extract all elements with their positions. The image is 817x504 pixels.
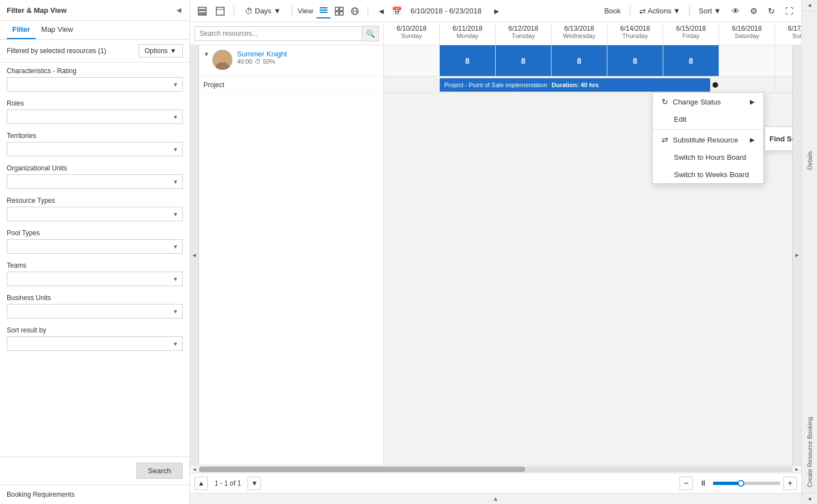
view-globe-icon[interactable] [348,4,362,18]
change-status-icon: ↻ [662,97,668,106]
booking-bar[interactable]: Project - Point of Sale implementation D… [440,78,710,92]
ctx-switch-weeks-label: Switch to Weeks Board [674,170,749,179]
day-7: Sunday [777,32,801,39]
zoom-slider-fill [713,482,740,485]
context-menu-dot[interactable] [712,82,718,88]
filter-select-8[interactable] [7,336,183,351]
date-header-7: 6/17/2018 Sunday [775,22,801,45]
date-header-4: 6/14/2018 Thursday [607,22,663,45]
ctx-substitute-resource[interactable]: ⇄ Substitute Resource ▶ [653,131,763,149]
h-scrollbar-track[interactable] [199,467,792,472]
filter-select-2[interactable] [7,142,183,156]
filter-collapse-icon[interactable]: ◄ [175,6,183,15]
resource-name[interactable]: Summer Knight [237,50,287,58]
resource-expand-icon[interactable]: ▼ [203,50,212,58]
filter-field-3: Organizational Units [7,164,183,189]
resource-search-input[interactable] [194,26,362,41]
schedule-body: ◄ ▼ Summer Knight 40:00 [190,45,801,465]
filter-select-0[interactable] [7,77,183,92]
svg-rect-11 [340,12,343,15]
sort-arrow-icon: ▼ [714,7,721,15]
view-grid-icon[interactable] [332,4,346,18]
settings-icon[interactable]: ⚙ [745,3,761,19]
svg-rect-10 [335,12,339,15]
view-list-icon[interactable] [316,4,331,18]
filter-bottom: Search [0,457,189,484]
filter-label-8: Sort result by [7,326,183,334]
project-row: Project [199,77,383,93]
filter-select-4[interactable] [7,207,183,221]
resource-search-button[interactable]: 🔍 [362,26,379,41]
collapse-rows-icon[interactable] [212,3,228,19]
date-range-label: 6/10/2018 - 6/23/2018 [406,7,486,15]
filter-select-3[interactable] [7,174,183,189]
resource-column: ▼ Summer Knight 40:00 ⏱ 50% [199,45,384,465]
view-options [316,4,362,18]
expand-rows-icon[interactable] [194,3,210,19]
filter-select-5[interactable] [7,239,183,254]
grid-cell-empty-0 [384,45,440,76]
grid-cell-hours-5: 8 [663,45,719,76]
sidebar-details-label[interactable]: Details [806,11,813,175]
ctx-change-status[interactable]: ↻ Change Status ▶ [653,93,763,111]
filter-select-7[interactable] [7,304,183,318]
right-sidebar-collapse-bottom[interactable]: ◄ [802,493,817,504]
filter-select-6[interactable] [7,272,183,286]
ctx-edit[interactable]: Edit [653,111,763,128]
sort-dropdown[interactable]: Sort ▼ [695,4,724,17]
sidebar-create-booking-label[interactable]: Create Resource Booking [806,175,813,493]
toolbar-sep-1 [234,6,234,17]
toolbar-sep-5 [689,6,690,17]
zoom-slider[interactable] [713,482,780,485]
filter-label-1: Roles [7,99,183,107]
left-collapse-icon: ◄ [192,252,197,258]
refresh-icon[interactable]: ↻ [763,3,779,19]
zoom-in-button[interactable]: + [783,477,797,490]
ctx-change-status-label: Change Status [673,98,721,106]
date-header-3: 6/13/2018 Wednesday [552,22,607,45]
zoom-slider-handle[interactable] [738,480,744,487]
left-collapse-button[interactable]: ◄ [190,45,199,465]
scroll-left-button[interactable]: ◄ [190,465,199,473]
filter-panel: Filter & Map View ◄ Filter Map View Filt… [0,0,190,504]
tab-map-view[interactable]: Map View [36,21,79,39]
filter-field-4: Resource Types [7,197,183,221]
h-scrollbar-thumb[interactable] [199,467,525,472]
day-5: Friday [666,32,716,39]
zoom-out-button[interactable]: − [680,477,693,490]
right-sidebar-collapse-top[interactable]: ◄ [802,0,817,11]
sidebar-collapse-bottom-icon: ◄ [807,496,813,502]
search-button[interactable]: Search [136,463,183,479]
book-button[interactable]: Book [601,4,624,17]
clock-small-icon: ⏱ [255,58,261,65]
grid-cell-hours-4: 8 [607,45,663,76]
page-down-button[interactable]: ▼ [248,477,261,490]
right-collapse-button[interactable]: ► [792,45,801,465]
date-2: 6/12/2018 [498,25,549,32]
pause-button[interactable]: ⏸ [696,477,710,490]
actions-dropdown[interactable]: ⇄ Actions ▼ [636,4,684,18]
view-label: View [298,7,314,15]
next-date-button[interactable]: ► [490,4,504,18]
filter-select-wrapper-7 [7,304,183,318]
options-button[interactable]: Options ▼ [139,44,183,58]
page-up-button[interactable]: ▲ [194,477,208,490]
bottom-expand-button[interactable]: ▲ [489,495,502,503]
calendar-icon: 📅 [392,6,402,16]
filter-label-0: Characteristics - Rating [7,67,183,75]
date-3: 6/13/2018 [554,25,605,32]
days-dropdown[interactable]: ⏱ Days ▼ [240,4,286,18]
fullscreen-icon[interactable]: ⛶ [781,3,797,19]
toolbar: ⏱ Days ▼ View ◄ 📅 [190,0,801,22]
eye-icon[interactable]: 👁 [728,3,743,19]
ctx-switch-weeks[interactable]: Switch to Weeks Board [653,166,763,183]
filter-select-wrapper-1 [7,110,183,124]
prev-date-button[interactable]: ◄ [374,4,388,18]
tab-filter[interactable]: Filter [7,21,36,39]
ctx-switch-hours[interactable]: Switch to Hours Board [653,149,763,166]
date-headers-row: 6/10/2018 Sunday 6/11/2018 Monday 6/12/2… [384,22,801,45]
schedule-top-row: 🔍 6/10/2018 Sunday 6/11/2018 Monday 6/12… [190,22,801,45]
actions-icon: ⇄ [639,7,646,16]
scroll-right-button[interactable]: ► [792,465,801,473]
filter-select-1[interactable] [7,110,183,124]
